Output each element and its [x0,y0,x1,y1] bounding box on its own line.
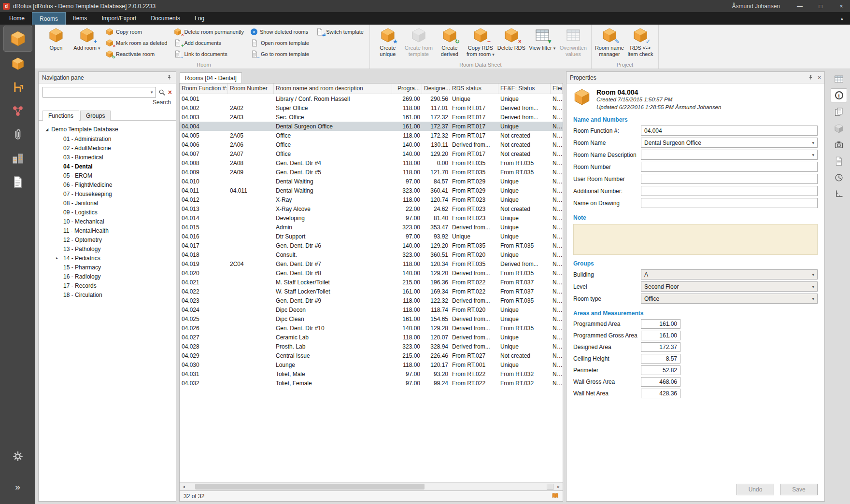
tree-item-08-janitorial[interactable]: 08 - Janitorial [41,198,174,208]
table-row[interactable]: 04.028Prosth. Lab323.00328.94Derived fro… [180,342,563,351]
images-panel-button[interactable] [831,138,847,152]
sidebar-rooms-button[interactable] [4,26,32,51]
table-row[interactable]: 04.020Gen. Dent. Dtr #8140.00129.20Deriv… [180,268,563,278]
menu-tab-items[interactable]: Items [66,12,94,25]
table-row[interactable]: 04.015Admin323.00353.47Derived from...Un… [180,223,563,232]
model-panel-button[interactable] [831,121,847,135]
tab-functions[interactable]: Functions [42,111,79,121]
room-name-select[interactable]: Dental Surgeon Office▾ [641,138,818,148]
column-header-ff-e-status[interactable]: FF&E: Status [498,84,551,94]
documents-panel-button[interactable] [831,105,847,119]
mark-room-deleted-button[interactable]: × Mark room as deleted [103,38,170,48]
table-row[interactable]: 04.0092A09Gen. Dent. Dtr #5118.00121.70F… [180,168,563,177]
tree-item-02-adultmedicine[interactable]: 02 - AdultMedicine [41,143,174,153]
sidebar-reports-button[interactable] [4,171,32,193]
table-row[interactable]: 04.017Gen. Dent. Dtr #6140.00129.20From … [180,241,563,250]
search-history-dropdown-icon[interactable]: ▾ [148,90,156,95]
table-row[interactable]: 04.025Dipc Clean161.00154.65Derived from… [180,314,563,323]
table-row[interactable]: 04.030Lounge118.00120.17From RT.001Uniqu… [180,360,563,369]
pin-icon[interactable] [166,74,172,81]
files-panel-button[interactable] [831,154,847,168]
clear-search-icon[interactable]: × [168,89,172,96]
tree-item-06-flightmedicine[interactable]: 06 - FlightMedicine [41,180,174,189]
sidebar-systems-button[interactable] [4,100,32,122]
table-row[interactable]: 04.0072A07Office140.00129.20From RT.017N… [180,149,563,158]
table-row[interactable]: 04.0022A02Super Office118.00117.01From R… [180,103,563,112]
info-panel-button[interactable]: i [831,88,847,102]
tree-item-14-pediatrics[interactable]: ▸14 - Pediatrics [41,253,174,263]
table-row[interactable]: 04.010Dental Waiting97.0084.57From RT.02… [180,177,563,186]
rooms-document-tab[interactable]: Rooms [04 - Dental] [180,72,242,83]
tree-item-07-housekeeping[interactable]: 07 - Housekeeping [41,189,174,198]
close-panel-icon[interactable]: × [818,74,821,81]
column-header-room-name-and-room-description[interactable]: Room name and room description [274,84,392,94]
room-data-sheet-panel-button[interactable] [831,72,847,86]
log-panel-button[interactable] [831,170,847,184]
maximize-button[interactable]: □ [812,0,829,12]
sidebar-documents-button[interactable] [4,124,32,146]
table-row[interactable]: 04.026Gen. Dent. Dtr #10140.00129.28Deri… [180,323,563,333]
search-box[interactable]: ▾ [42,87,156,98]
menu-tab-documents[interactable]: Documents [143,12,187,25]
tree-item-03-biomedical[interactable]: 03 - Biomedical [41,153,174,162]
switch-template-button[interactable]: ⇄ Switch template [313,27,366,37]
table-row[interactable]: 04.01104.011Dental Waiting323.00360.41Fr… [180,186,563,195]
tree-item-15-pharmacy[interactable]: 15 - Pharmacy [41,263,174,272]
designed-area-value[interactable]: 172.37 [641,342,680,352]
column-header-room-number[interactable]: Room Number [228,84,274,94]
room-number-input[interactable] [641,162,818,172]
table-row[interactable]: 04.0062A06Office140.00130.11Derived from… [180,140,563,149]
tree-item-09-logistics[interactable]: 09 - Logistics [41,208,174,217]
tree-item-10-mechanical[interactable]: 10 - Mechanical [41,217,174,226]
table-row[interactable]: 04.004Dental Surgeon Office161.00172.37F… [180,122,563,131]
table-row[interactable]: 04.0032A03Sec. Office161.00172.32From RT… [180,112,563,122]
column-header-room-function[interactable]: Room Function #: [180,84,228,94]
open-room-template-button[interactable]: Open room template [248,38,312,48]
table-row[interactable]: 04.0082A08Gen. Dent. Dtr #4118.000.00Fro… [180,158,563,168]
scrollbar-splitter[interactable] [547,484,553,490]
table-row[interactable]: 04.012X-Ray118.00120.74From RT.023Unique… [180,195,563,204]
menu-tab-log[interactable]: Log [187,12,212,25]
table-row[interactable]: 04.032Toliet, Female97.0099.24From RT.02… [180,378,563,388]
create-derived-button[interactable]: ↻ Create derived [434,26,465,59]
goto-room-template-button[interactable]: → Go to room template [248,49,312,59]
table-row[interactable]: 04.024Dipc Decon118.00118.74From RT.020U… [180,305,563,314]
sidebar-buildings-button[interactable] [4,147,32,169]
tree-item-05-erom[interactable]: 05 - EROM [41,171,174,180]
tree-item-01-administration[interactable]: 01 - Administration [41,134,174,143]
column-header-designe[interactable]: Designe... [422,84,450,94]
column-header-progra[interactable]: Progra... [392,84,422,94]
create-unique-button[interactable]: ★ Create unique [372,26,403,59]
table-row[interactable]: 04.027Ceramic Lab118.00120.07Derived fro… [180,333,563,342]
save-button[interactable]: Save [780,484,818,495]
rds-item-check-button[interactable]: ✓ RDS <-> Item check [625,26,656,59]
table-row[interactable]: 04.018Consult.323.00360.51From RT.020Uni… [180,250,563,259]
room-name-description-select[interactable]: ▾ [641,150,818,160]
sidebar-items-button[interactable] [4,76,32,98]
overwritten-values-button[interactable]: Overwritten values [558,26,589,59]
table-row[interactable]: 04.021M. Staff Locker/Toilet215.00196.36… [180,278,563,287]
delete-room-permanently-button[interactable]: × Delete room permanently [171,27,246,37]
collapse-ribbon-icon[interactable]: ▴ [840,12,843,25]
note-input[interactable] [573,224,818,255]
menu-tab-rooms[interactable]: Rooms [32,12,66,25]
room-type-select[interactable]: Office▾ [641,294,818,304]
tree-item-18-circulation[interactable]: 18 - Circulation [41,290,174,299]
horizontal-scrollbar[interactable]: ◂ ▸ [180,482,563,490]
programmed-area-value[interactable]: 161.00 [641,319,680,329]
pin-icon[interactable] [808,74,814,81]
wall-gross-area-value[interactable]: 468.06 [641,377,680,387]
search-icon[interactable] [158,89,166,96]
table-row[interactable]: 04.0052A05Office118.00172.32From RT.017N… [180,131,563,140]
table-row[interactable]: 04.0192C04Gen. Dent. Dtr #7118.00120.34F… [180,259,563,268]
sidebar-expand-button[interactable]: » [4,476,32,498]
scrollbar-thumb[interactable] [195,484,425,490]
table-row[interactable]: 04.022W. Staff Locker/Toilet161.00169.34… [180,287,563,296]
additional-number-input[interactable] [641,186,818,196]
copy-room-button[interactable]: Copy room [103,27,170,37]
undo-button[interactable]: Undo [737,484,774,495]
report-book-icon[interactable] [552,492,559,501]
close-button[interactable]: × [833,0,850,12]
menu-tab-import-export[interactable]: Import/Export [94,12,143,25]
building-select[interactable]: A▾ [641,269,818,280]
